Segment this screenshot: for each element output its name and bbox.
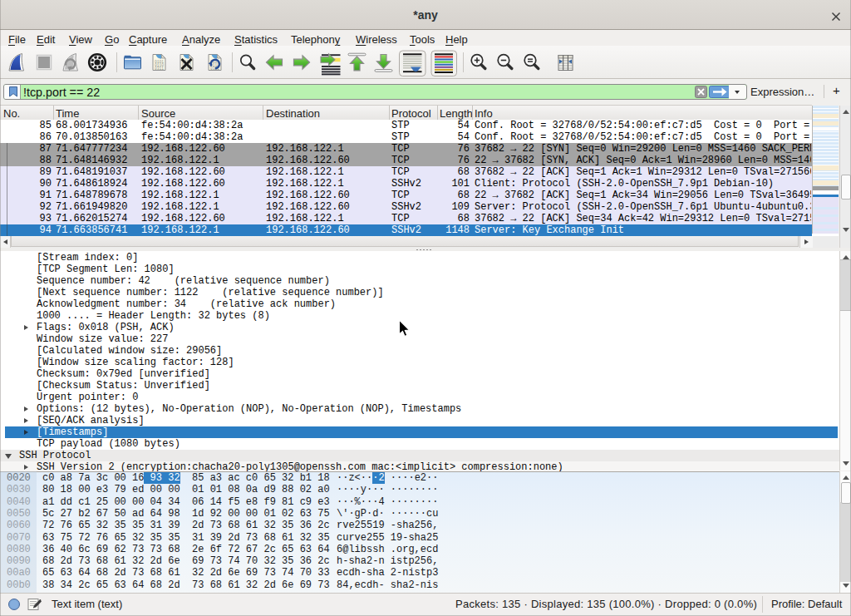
svg-text:0311: 0311: [155, 67, 164, 71]
